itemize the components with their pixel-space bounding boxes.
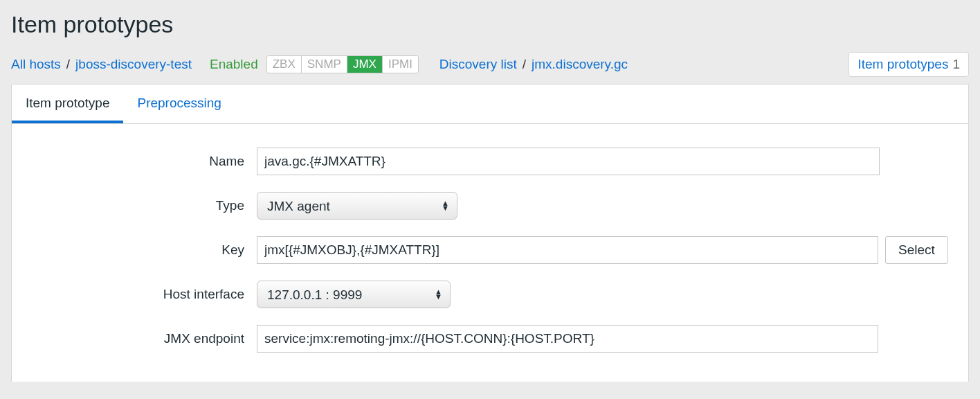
row-type: Type JMX agent ▲▼	[28, 192, 952, 220]
status-enabled: Enabled	[210, 57, 258, 72]
item-prototypes-counter[interactable]: Item prototypes 1	[849, 52, 969, 77]
label-type: Type	[28, 198, 257, 213]
name-field[interactable]	[257, 148, 880, 175]
breadcrumb-discovery-rule[interactable]: jmx.discovery.gc	[532, 57, 628, 72]
breadcrumb-host[interactable]: jboss-discovery-test	[75, 57, 192, 72]
breadcrumb-separator: /	[523, 57, 526, 72]
row-key: Key Select	[28, 236, 952, 264]
tab-preprocessing[interactable]: Preprocessing	[123, 85, 235, 123]
label-name: Name	[28, 154, 257, 169]
breadcrumb: All hosts / jboss-discovery-test Enabled…	[11, 52, 969, 77]
badge-jmx: JMX	[347, 56, 383, 73]
host-interface-select[interactable]: 127.0.0.1 : 9999	[257, 281, 451, 308]
label-jmx-endpoint: JMX endpoint	[28, 331, 257, 346]
key-field[interactable]	[257, 236, 878, 264]
protocol-badges: ZBX SNMP JMX IPMI	[266, 55, 419, 73]
breadcrumb-all-hosts[interactable]: All hosts	[11, 57, 61, 72]
breadcrumb-separator: /	[66, 57, 70, 72]
row-jmx-endpoint: JMX endpoint	[28, 325, 952, 353]
counter-value: 1	[952, 57, 960, 72]
counter-label: Item prototypes	[858, 57, 948, 72]
breadcrumb-discovery-list[interactable]: Discovery list	[439, 57, 517, 72]
badge-snmp: SNMP	[302, 56, 347, 73]
badge-zbx: ZBX	[267, 56, 302, 73]
type-select[interactable]: JMX agent	[257, 192, 457, 220]
jmx-endpoint-field[interactable]	[257, 325, 878, 353]
label-key: Key	[28, 242, 257, 258]
select-button[interactable]: Select	[885, 236, 948, 264]
badge-ipmi: IPMI	[383, 56, 418, 73]
row-name: Name	[28, 148, 952, 175]
label-host-interface: Host interface	[28, 287, 257, 302]
form: Name Type JMX agent ▲▼ Key Select Host i…	[12, 124, 968, 379]
form-panel: Item prototype Preprocessing Name Type J…	[11, 84, 969, 382]
tab-item-prototype[interactable]: Item prototype	[12, 85, 123, 123]
row-host-interface: Host interface 127.0.0.1 : 9999 ▲▼	[28, 281, 952, 308]
tabs: Item prototype Preprocessing	[12, 85, 968, 124]
page-title: Item prototypes	[11, 11, 969, 38]
